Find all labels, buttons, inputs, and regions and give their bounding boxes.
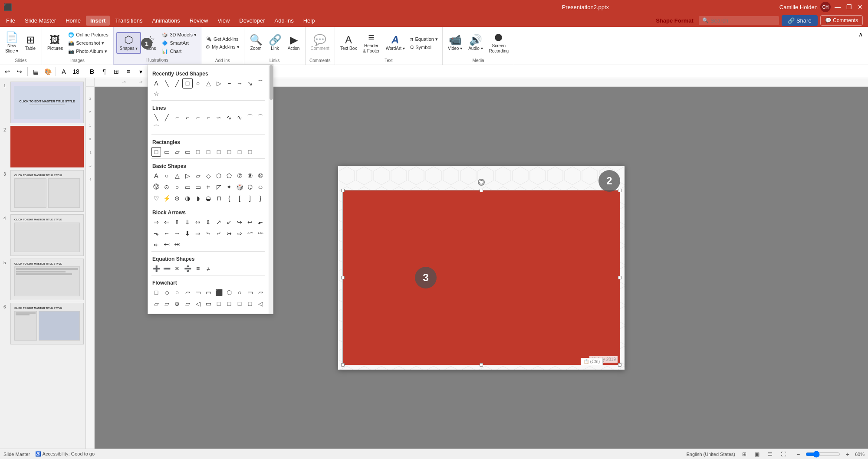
shape-basic-cross[interactable]: ✦ <box>224 182 234 192</box>
shape-star[interactable]: ☆ <box>151 89 161 98</box>
shape-line-el3[interactable]: ⌐ <box>193 113 203 122</box>
shape-basic-fold[interactable]: ▭ <box>183 182 192 192</box>
shape-curve1[interactable]: ⌒ <box>256 79 265 88</box>
header-footer-button[interactable]: ≡ Header& Footer <box>360 30 382 56</box>
menu-view[interactable]: View <box>213 16 234 26</box>
maximize-button[interactable]: ❐ <box>845 3 853 11</box>
shape-basic-heart[interactable]: ♡ <box>151 193 161 203</box>
shape-basic-bracket2[interactable]: ] <box>245 193 255 203</box>
view-outline-button[interactable]: ☰ <box>765 449 776 459</box>
shape-line-d2[interactable]: ╱ <box>162 113 171 122</box>
shape-line-el[interactable]: ⌐ <box>172 113 182 122</box>
shape-brace[interactable]: ⌐ <box>224 79 234 88</box>
shape-arr-r[interactable]: ⇒ <box>151 217 161 227</box>
shape-basic-bracket1[interactable]: [ <box>235 193 244 203</box>
shape-flow-multi[interactable]: ⬛ <box>214 288 224 297</box>
menu-shape-format[interactable]: Shape Format <box>651 16 698 26</box>
avatar[interactable]: CH <box>820 2 831 12</box>
toolbar-redo-button[interactable]: ↪ <box>14 66 25 77</box>
shape-arr-q2[interactable]: ↙ <box>224 217 234 227</box>
symbol-button[interactable]: Ω Symbol <box>408 44 440 51</box>
shape-flow-alt[interactable]: ◇ <box>162 288 171 297</box>
slide-thumb-2[interactable] <box>10 126 84 167</box>
zoom-slider[interactable] <box>806 451 840 458</box>
shape-arr-q[interactable]: ↗ <box>214 217 224 227</box>
shape-arr-strip1[interactable]: ⬎ <box>151 229 161 238</box>
menu-insert[interactable]: Insert <box>86 16 110 26</box>
zoom-out-button[interactable]: − <box>792 449 804 459</box>
shape-arr-strip3[interactable]: → <box>172 229 182 238</box>
shape-line1[interactable]: ╲ <box>162 79 171 88</box>
share-button[interactable]: 🔗 Share <box>782 15 818 26</box>
shape-arr-strip5[interactable]: ⇒ <box>193 229 203 238</box>
models-3d-button[interactable]: 🎲 3D Models ▾ <box>160 31 198 39</box>
shape-basic-moon[interactable]: ◑ <box>183 193 192 203</box>
shape-basic-8[interactable]: ⑧ <box>245 171 255 180</box>
shape-arr-strip11[interactable]: ⬾ <box>256 229 265 238</box>
ribbon-collapse-button[interactable]: ∧ <box>855 29 866 40</box>
shape-basic-sun[interactable]: ⊛ <box>172 193 182 203</box>
shape-basic-text[interactable]: A <box>151 171 161 180</box>
toolbar-more-button[interactable]: ▾ <box>135 66 146 77</box>
shape-rect1[interactable]: □ <box>151 147 161 157</box>
shape-line-el4[interactable]: ⌐ <box>204 113 213 122</box>
shape-arr1[interactable]: → <box>235 79 244 88</box>
slide-thumb-1[interactable]: CLICK TO EDIT MASTER TITLE STYLE <box>10 82 84 123</box>
shape-rect8[interactable]: □ <box>224 147 234 157</box>
search-input[interactable] <box>710 17 776 24</box>
shape-arr-strip10[interactable]: ⬿ <box>245 229 255 238</box>
shape-arr-last2[interactable]: ⬻ <box>162 240 171 249</box>
shape-basic-smile[interactable]: ☺ <box>256 182 265 192</box>
comment-button[interactable]: 💬 Comment <box>308 33 332 53</box>
toolbar-arrange-button[interactable]: ⊞ <box>111 66 122 77</box>
shape-line-arc3[interactable]: ⌒ <box>151 123 161 133</box>
shape-eq-minus[interactable]: ➖ <box>162 264 171 273</box>
table-button[interactable]: ⊞ Table <box>22 33 39 53</box>
shape-arr-strip9[interactable]: ⇨ <box>235 229 244 238</box>
shape-arr-strip6[interactable]: ⤷ <box>204 229 213 238</box>
shape-flow-in[interactable]: ▱ <box>151 299 161 308</box>
shape-eq-div[interactable]: ➗ <box>183 264 192 273</box>
menu-home[interactable]: Home <box>61 16 85 26</box>
shape-rect[interactable]: □ <box>183 79 192 88</box>
shape-basic-pipe[interactable]: ⊓ <box>214 193 224 203</box>
shape-basic-7[interactable]: ⑦ <box>235 171 244 180</box>
shape-eq-eq[interactable]: ≡ <box>193 264 203 273</box>
shape-flow-note2[interactable]: □ <box>245 299 255 308</box>
shape-basic-circle2[interactable]: ○ <box>172 182 182 192</box>
shape-line-el2[interactable]: ⌐ <box>183 113 192 122</box>
shape-basic-light[interactable]: ⚡ <box>162 193 171 203</box>
toolbar-section-button[interactable]: ▤ <box>30 66 41 77</box>
close-button[interactable]: ✕ <box>856 3 865 11</box>
shape-basic-donut[interactable]: ⊙ <box>162 182 171 192</box>
shape-basic-para[interactable]: ▱ <box>193 171 203 180</box>
shape-flow-off[interactable]: ▭ <box>204 299 213 308</box>
menu-file[interactable]: File <box>2 16 20 26</box>
text-box-button[interactable]: A Text Box <box>338 33 359 53</box>
shape-arr-lr[interactable]: ⇔ <box>193 217 203 227</box>
shape-flow-prep[interactable]: ▱ <box>183 288 192 297</box>
pictures-button[interactable]: 🖼 Pictures <box>45 33 66 53</box>
shapes-scrollbar[interactable] <box>269 65 273 314</box>
shape-rect2[interactable]: ▭ <box>162 147 171 157</box>
view-reading-button[interactable]: ⛶ <box>778 449 789 459</box>
get-addins-button[interactable]: 🔌 Get Add-ins <box>204 35 241 43</box>
shape-basic-cube[interactable]: 🎲 <box>235 182 244 192</box>
shape-flow-loop[interactable]: ○ <box>235 288 244 297</box>
shape-arr-ut[interactable]: ⬐ <box>256 217 265 227</box>
shape-flow-man[interactable]: ▱ <box>256 288 265 297</box>
menu-developer[interactable]: Developer <box>235 16 269 26</box>
shape-arr-last3[interactable]: ⬺ <box>172 240 182 249</box>
shape-flow-trim[interactable]: ◁ <box>256 299 265 308</box>
shape-basic-dia[interactable]: ◇ <box>204 171 213 180</box>
slide-red-rect[interactable]: 3 <box>342 190 620 365</box>
toolbar-theme-button[interactable]: 🎨 <box>42 66 53 77</box>
shape-line-d1[interactable]: ╲ <box>151 113 161 122</box>
menu-addins[interactable]: Add-ins <box>270 16 298 26</box>
shape-line-wave3[interactable]: ∿ <box>235 113 244 122</box>
shape-tri[interactable]: △ <box>204 79 213 88</box>
shape-flow-note[interactable]: □ <box>214 299 224 308</box>
shapes-scroll-thumb[interactable] <box>270 65 273 100</box>
shape-line-arc2[interactable]: ⌒ <box>256 113 265 122</box>
shape-basic-brace1[interactable]: { <box>224 193 234 203</box>
